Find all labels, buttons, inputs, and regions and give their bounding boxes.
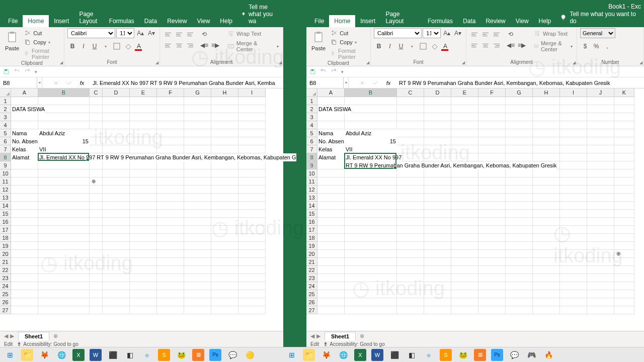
row-header[interactable]: 27 <box>306 306 317 314</box>
app-icon[interactable]: ⬛ <box>107 349 119 361</box>
align-top-button[interactable] <box>469 29 479 39</box>
qat-customize-icon[interactable]: ▾ <box>35 69 37 74</box>
row-header[interactable]: 24 <box>0 282 11 290</box>
row-header[interactable]: 6 <box>306 137 317 145</box>
align-right-button[interactable] <box>492 40 502 50</box>
chrome-icon[interactable]: 🌐 <box>337 349 349 361</box>
save-icon[interactable] <box>309 68 316 75</box>
spreadsheet-grid[interactable]: ABCDEFGHIJK12345678910111213141516171819… <box>306 88 644 315</box>
cell[interactable]: Nama <box>317 129 345 137</box>
row-header[interactable]: 7 <box>306 145 317 153</box>
column-header[interactable]: E <box>451 88 478 97</box>
row-header[interactable]: 3 <box>306 113 317 121</box>
start-button[interactable]: ⊞ <box>286 349 298 361</box>
font-name-select[interactable]: Calibri <box>67 28 115 38</box>
align-left-button[interactable] <box>163 40 173 50</box>
decrease-font-icon[interactable]: A▾ <box>453 28 463 38</box>
paste-button[interactable]: Paste <box>309 29 328 52</box>
save-icon[interactable] <box>3 68 10 75</box>
font-size-select[interactable]: 11 <box>116 28 134 38</box>
align-center-button[interactable] <box>480 40 491 50</box>
font-launcher-icon[interactable]: ◢ <box>462 60 465 65</box>
tab-view[interactable]: View <box>192 15 215 27</box>
column-header[interactable]: A <box>11 88 38 97</box>
tell-me[interactable]: Tell me what you want to do <box>556 8 644 27</box>
row-header[interactable]: 22 <box>306 266 317 274</box>
row-header[interactable]: 20 <box>0 250 11 258</box>
row-header[interactable]: 17 <box>0 226 11 234</box>
wrap-text-button[interactable]: Wrap Text <box>226 29 280 38</box>
fx-button[interactable]: fx <box>382 77 395 88</box>
clipboard-launcher-icon[interactable]: ◢ <box>60 60 63 65</box>
row-header[interactable]: 2 <box>0 105 11 113</box>
row-header[interactable]: 22 <box>0 266 11 274</box>
italic-button[interactable]: I <box>385 41 395 51</box>
row-header[interactable]: 4 <box>306 121 317 129</box>
row-header[interactable]: 6 <box>0 137 11 145</box>
row-header[interactable]: 19 <box>0 242 11 250</box>
tab-data[interactable]: Data <box>458 15 480 27</box>
align-left-button[interactable] <box>469 40 479 50</box>
excel-icon[interactable]: X <box>354 349 366 361</box>
row-header[interactable]: 15 <box>306 210 317 218</box>
fill-color-button[interactable] <box>123 41 133 51</box>
fx-button[interactable]: fx <box>75 77 89 88</box>
column-header[interactable]: G <box>184 88 211 97</box>
increase-indent-button[interactable]: ≡▶ <box>210 40 220 50</box>
row-header[interactable]: 17 <box>306 226 317 234</box>
tab-help[interactable]: Help <box>534 15 556 27</box>
column-header[interactable]: F <box>478 88 506 97</box>
cut-button[interactable]: Cut <box>23 29 61 37</box>
row-header[interactable]: 12 <box>0 186 11 194</box>
add-sheet-button[interactable]: ⊕ <box>49 333 62 339</box>
column-header[interactable]: I <box>238 88 266 97</box>
tab-help[interactable]: Help <box>215 15 237 27</box>
row-header[interactable]: 16 <box>0 218 11 226</box>
cell[interactable]: Jl. Emerald XX No 997 <box>345 153 401 161</box>
row-header[interactable]: 11 <box>0 177 11 186</box>
enter-button[interactable] <box>369 77 382 88</box>
row-header[interactable]: 11 <box>306 177 317 186</box>
formula-input[interactable]: Jl. Emerald XX No 997 RT 9 RW 9 Perumaha… <box>89 77 283 88</box>
app-icon[interactable]: 🔥 <box>542 349 554 361</box>
row-header[interactable]: 20 <box>306 250 317 258</box>
bold-button[interactable]: B <box>374 41 384 51</box>
alignment-launcher-icon[interactable]: ◢ <box>573 60 576 65</box>
fill-color-button[interactable] <box>429 41 439 51</box>
row-header[interactable]: 21 <box>306 258 317 266</box>
tab-file[interactable]: File <box>3 15 23 27</box>
photoshop-icon[interactable]: Ps <box>209 349 221 361</box>
column-header[interactable]: G <box>506 88 533 97</box>
row-header[interactable]: 14 <box>0 202 11 210</box>
sublime-icon[interactable]: S <box>158 349 170 361</box>
underline-button[interactable]: U <box>90 41 100 51</box>
qat-customize-icon[interactable]: ▾ <box>341 69 344 74</box>
column-header[interactable]: B <box>345 88 397 97</box>
row-header[interactable]: 8 <box>306 153 317 161</box>
cell[interactable]: RT 9 RW 9 Perumahan Graha Bunder Asri, K… <box>345 161 556 169</box>
tab-view[interactable]: View <box>511 15 534 27</box>
row-header[interactable]: 9 <box>0 161 11 169</box>
tell-me[interactable]: Tell me what you wa <box>237 1 283 27</box>
cell[interactable]: 15 <box>38 137 90 145</box>
accounting-format-button[interactable]: $ <box>580 41 590 51</box>
font-color-button[interactable]: A <box>134 41 144 51</box>
cell[interactable]: 15 <box>345 137 397 145</box>
column-header[interactable]: I <box>560 88 587 97</box>
row-header[interactable]: 18 <box>306 234 317 242</box>
comma-format-button[interactable]: , <box>602 41 612 51</box>
row-header[interactable]: 25 <box>0 290 11 298</box>
align-bottom-button[interactable] <box>185 29 195 39</box>
name-box[interactable]: B8 <box>0 77 37 88</box>
column-header[interactable]: H <box>211 88 238 97</box>
app-icon[interactable]: ◧ <box>124 349 136 361</box>
border-button[interactable] <box>418 41 428 51</box>
xampp-icon[interactable]: ⊠ <box>192 349 204 361</box>
sheet-tab[interactable]: Sheet1 <box>325 332 356 340</box>
number-launcher-icon[interactable]: ◢ <box>639 60 642 65</box>
font-color-button[interactable]: A <box>440 41 450 51</box>
align-middle-button[interactable] <box>480 29 491 39</box>
redo-icon[interactable] <box>331 68 337 75</box>
app-icon[interactable]: 💬 <box>226 349 238 361</box>
cell[interactable]: VII <box>345 145 397 153</box>
